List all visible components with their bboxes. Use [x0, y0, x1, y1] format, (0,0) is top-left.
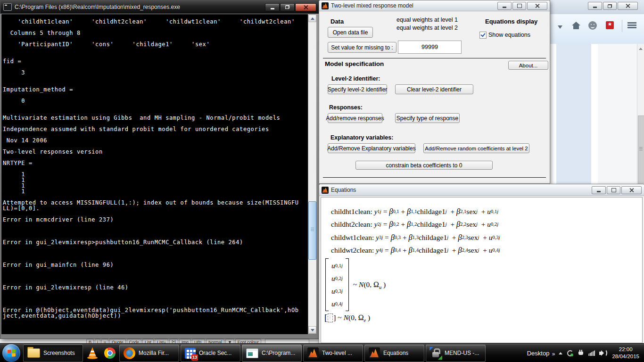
equation-segment: +	[447, 220, 456, 229]
add-remove-explanatory-button[interactable]: Add/Remove Explanatory variables	[328, 143, 415, 153]
equation-segment: )	[381, 280, 386, 288]
level2-identifier-label: Level-2 identifier:	[331, 75, 380, 82]
console-restore-button[interactable]	[280, 3, 295, 11]
console-minimize-button[interactable]	[265, 3, 280, 11]
browser-titlebar	[550, 0, 644, 14]
equation-segment: [	[324, 313, 327, 322]
equation-segment: β	[409, 233, 413, 242]
equation-segment: y	[376, 246, 379, 255]
system-tray	[559, 349, 607, 357]
safely-remove-hardware-icon[interactable]	[578, 350, 584, 356]
maximize-icon	[611, 188, 616, 192]
equation-segment: +	[448, 246, 458, 255]
console-titlebar[interactable]: C:\Program Files (x86)\Realcom\Imputatio…	[0, 0, 319, 14]
equation-line: childwt2clean: y4j = β0,4 + β1,4childage…	[331, 244, 642, 257]
equation-segment: +	[478, 220, 487, 229]
model-close-button[interactable]	[527, 2, 547, 10]
model-maximize-button[interactable]	[512, 2, 526, 10]
equation-segment: β	[389, 220, 393, 229]
equation-segment: +	[447, 207, 456, 216]
vector-entry: u0,3j	[331, 285, 343, 297]
taskbar-button-two-level[interactable]: Two-level ...	[303, 345, 363, 362]
responses-label: Responses:	[329, 104, 363, 111]
page-column	[598, 44, 637, 185]
taskbar-button-equations[interactable]: Equations	[364, 345, 424, 362]
taskbar-button-chrome[interactable]	[102, 345, 118, 362]
taskbar-clock[interactable]: 22:00 28/04/2015	[612, 346, 639, 360]
equation-segment: +	[479, 246, 488, 255]
scrollbar-thumb[interactable]	[638, 115, 644, 186]
overflow-chevron-icon[interactable]: »	[552, 351, 555, 357]
desktop-toolbar[interactable]: Desktop »	[520, 350, 554, 357]
browser-scrollbar[interactable]	[637, 44, 644, 185]
equation-segment: +	[399, 207, 407, 216]
dropdown-arrow-icon[interactable]	[558, 25, 562, 29]
open-data-file-button[interactable]: Open data file	[328, 27, 373, 38]
residual-selection-box[interactable]	[328, 313, 333, 322]
show-equations-checkbox[interactable]	[479, 32, 487, 39]
console-close-button[interactable]	[295, 3, 316, 11]
add-remove-random-coeff-button[interactable]: Add/Remove random coefficients at level …	[423, 143, 529, 153]
equations-maximize-button[interactable]	[607, 186, 620, 194]
taskbar-button-oracle-sec[interactable]: 13Oracle Sec...	[181, 345, 240, 362]
toolbar-divider	[622, 20, 622, 32]
sync-status-icon[interactable]	[567, 350, 573, 356]
equation-segment: (0,	[363, 280, 373, 288]
hamburger-menu-icon[interactable]	[627, 22, 636, 28]
equation-segment: =	[383, 233, 391, 242]
taskbar-button-vlc[interactable]	[84, 345, 100, 362]
equation-segment: β	[458, 246, 462, 255]
missing-value-input[interactable]	[398, 41, 462, 54]
console-scrollbar[interactable]	[308, 15, 316, 334]
taskbar-button-mend-us[interactable]: MEND-US -...	[426, 345, 486, 362]
equation-segment: β	[391, 246, 395, 255]
equations-minimize-button[interactable]	[592, 186, 606, 194]
model-window-titlebar[interactable]: Two-level mixed response model	[319, 0, 550, 11]
equation-segment: childwt2clean:	[331, 246, 376, 255]
scroll-up-button[interactable]	[308, 15, 316, 22]
volume-icon[interactable]	[599, 349, 607, 357]
close-icon	[535, 4, 539, 8]
random-effects-vector: u0,1ju0,2ju0,3ju0,4j ~ N(0, Ωu )	[325, 258, 642, 311]
desktop-toolbar-label: Desktop	[527, 350, 550, 357]
scroll-down-button[interactable]	[308, 326, 316, 334]
matrix-bracket-right	[346, 258, 349, 311]
equation-segment: β	[458, 233, 462, 242]
clear-level2-button[interactable]: Clear level-2 identifier	[395, 84, 473, 94]
specify-response-type-button[interactable]: Specify type of response	[395, 113, 460, 123]
equation-segment: β	[389, 207, 393, 216]
taskbar-button-mozilla-fir[interactable]: Mozilla Fir...	[119, 345, 179, 362]
taskbar-button-screenshots[interactable]: Screenshots	[23, 345, 83, 362]
equation-segment: β	[407, 220, 411, 229]
model-minimize-button[interactable]	[497, 2, 512, 10]
vector-distribution: ~ N(0, Ωu )	[353, 280, 386, 289]
add-remove-responses-button[interactable]: Add/remove responses	[328, 113, 382, 123]
close-icon	[304, 5, 308, 9]
browser-restore-button[interactable]	[603, 2, 617, 10]
set-missing-value-button[interactable]: Set value for missing to :	[328, 42, 396, 53]
browser-minimize-button[interactable]	[588, 2, 602, 10]
specify-level2-button[interactable]: Specify level-2 identifier	[328, 84, 387, 94]
messenger-icon[interactable]	[588, 21, 597, 30]
network-signal-icon[interactable]	[588, 350, 595, 356]
browser-close-button[interactable]	[618, 2, 638, 10]
lastpass-icon[interactable]: *	[606, 21, 614, 29]
minimize-icon	[593, 7, 597, 8]
equation-segment: u	[487, 220, 491, 229]
home-icon[interactable]	[572, 22, 580, 29]
equation-segment: u	[331, 274, 335, 283]
equations-window-titlebar[interactable]: Equations	[319, 184, 644, 196]
start-button[interactable]	[2, 344, 20, 362]
constrain-beta-button[interactable]: constrain beta coefficients to 0	[355, 161, 493, 170]
about-button[interactable]: About...	[508, 61, 548, 70]
scrollbar-thumb[interactable]	[308, 201, 316, 260]
scroll-up-icon[interactable]	[639, 48, 643, 50]
console-output-area: 'childht1clean' 'childht2clean' 'childwt…	[1, 14, 308, 334]
equation-segment: sex	[466, 220, 476, 229]
taskbar-button-c-program[interactable]: C:\Program...	[242, 345, 302, 362]
model-window-title: Two-level mixed response model	[331, 2, 497, 9]
model-window: Two-level mixed response model Data equa…	[319, 0, 550, 184]
equations-close-button[interactable]	[621, 186, 642, 194]
show-hidden-icons-icon[interactable]	[559, 352, 562, 354]
equation-segment: childage1	[417, 207, 445, 216]
